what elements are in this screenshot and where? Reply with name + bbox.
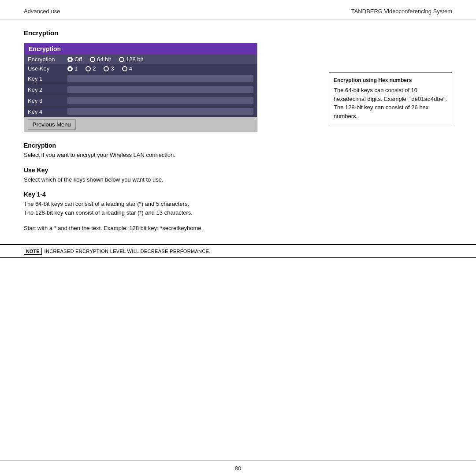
desc-encryption-text: Select if you want to encrypt your Wirel… xyxy=(24,151,311,160)
radio-64bit xyxy=(90,57,95,62)
option-64bit[interactable]: 64 bit xyxy=(90,56,111,63)
key4-input[interactable] xyxy=(67,108,253,115)
encryption-options: Off 64 bit 128 bit xyxy=(67,56,151,63)
option-off[interactable]: Off xyxy=(67,56,82,63)
radio-key3 xyxy=(104,66,109,71)
left-column: Encryption Encryption Encryption Off xyxy=(24,19,329,240)
key4-row: Key 4 xyxy=(24,106,257,117)
option-key2[interactable]: 2 xyxy=(86,65,96,72)
key3-label: Key 3 xyxy=(28,97,67,104)
prev-menu-button[interactable]: Previous Menu xyxy=(28,119,76,130)
desc-key14-text1: The 64-bit keys can consist of a leading… xyxy=(24,200,311,208)
header-left: Advanced use xyxy=(24,8,60,15)
radio-off xyxy=(67,57,73,62)
encryption-label: Encryption xyxy=(28,56,67,63)
page-footer: 80 xyxy=(0,460,476,476)
note-label: NOTE xyxy=(24,248,42,255)
key3-input[interactable] xyxy=(67,97,253,104)
key1-input[interactable] xyxy=(67,75,253,82)
note-text: Increased encryption level will decrease… xyxy=(45,249,211,254)
option-key1[interactable]: 1 xyxy=(67,65,78,72)
key2-row: Key 2 xyxy=(24,84,257,95)
option-key4[interactable]: 4 xyxy=(122,65,132,72)
radio-128bit xyxy=(119,57,124,62)
radio-key4 xyxy=(122,66,127,71)
section-heading: Encryption xyxy=(24,29,311,37)
desc-key14-text2: The 128-bit key can consist of a leading… xyxy=(24,208,311,217)
key4-label: Key 4 xyxy=(28,108,67,115)
encryption-row: Encryption Off 64 bit 128 bit xyxy=(24,55,257,64)
desc-encryption-heading: Encryption xyxy=(24,142,311,149)
desc-key14: Key 1-4 The 64-bit keys can consist of a… xyxy=(24,191,311,217)
desc-encryption: Encryption Select if you want to encrypt… xyxy=(24,142,311,160)
encryption-panel: Encryption Encryption Off 64 bit xyxy=(24,43,257,132)
panel-title: Encryption xyxy=(24,43,257,55)
key1-label: Key 1 xyxy=(28,75,67,82)
option-128bit[interactable]: 128 bit xyxy=(119,56,143,63)
key3-row: Key 3 xyxy=(24,95,257,106)
page-header: Advanced use TANDBERG Videoconferencing … xyxy=(0,0,476,19)
page-number: 80 xyxy=(235,465,241,472)
key1-row: Key 1 xyxy=(24,73,257,84)
radio-key2 xyxy=(86,66,91,71)
desc-usekey-text: Select which of the keys shown below you… xyxy=(24,175,311,184)
desc-usekey: Use Key Select which of the keys shown b… xyxy=(24,167,311,184)
key2-input[interactable] xyxy=(67,86,253,93)
extra-text: Start with a * and then the text. Exampl… xyxy=(24,224,311,233)
sidebar-text: The 64-bit keys can consist of 10 hexade… xyxy=(334,86,447,120)
empty-space xyxy=(0,258,476,461)
desc-usekey-heading: Use Key xyxy=(24,167,311,174)
extra-text-section: Start with a * and then the text. Exampl… xyxy=(24,224,311,233)
option-key3[interactable]: 3 xyxy=(104,65,114,72)
desc-key14-heading: Key 1-4 xyxy=(24,191,311,198)
radio-key1 xyxy=(67,66,73,71)
right-column: Encryption using Hex numbers The 64-bit … xyxy=(329,19,452,240)
main-content: Encryption Encryption Encryption Off xyxy=(0,19,476,240)
header-right: TANDBERG Videoconferencing System xyxy=(351,8,452,15)
prev-menu-row: Previous Menu xyxy=(24,117,257,132)
key2-label: Key 2 xyxy=(28,86,67,93)
sidebar-box: Encryption using Hex numbers The 64-bit … xyxy=(329,72,452,124)
use-key-label: Use Key xyxy=(28,65,67,72)
note-section: NOTE Increased encryption level will dec… xyxy=(0,244,476,258)
use-key-options: 1 2 3 4 xyxy=(67,65,140,72)
sidebar-title: Encryption using Hex numbers xyxy=(334,76,447,84)
use-key-row: Use Key 1 2 3 xyxy=(24,64,257,73)
